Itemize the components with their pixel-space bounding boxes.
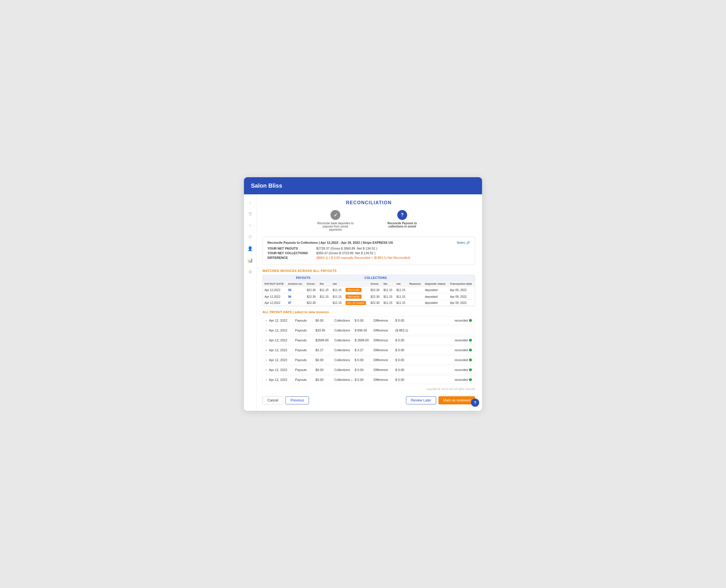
payout-type-label: Payouts: [295, 368, 315, 372]
action-cell[interactable]: Reconcile: [344, 293, 369, 300]
net-collections-label: YOUR NET COLLECTIONS: [268, 251, 314, 255]
payout-amount: $0.00: [315, 319, 334, 322]
settings-icon[interactable]: ⚙: [247, 269, 254, 275]
footer-right: Review Later Mark as reviewed: [406, 396, 475, 404]
difference-amount: $ 0.00: [395, 338, 413, 342]
home-icon[interactable]: ⌂: [247, 199, 254, 205]
difference-row: DIFFERENCE ($863.1) ( $ 0.00 manually Re…: [268, 256, 470, 259]
clock-icon[interactable]: ⏱: [247, 234, 254, 240]
col-invoice-no: Invoice no.: [286, 281, 305, 287]
green-dot-icon: [469, 339, 472, 342]
difference-amount: $ 0.00: [395, 378, 413, 381]
matched-row: Apr 12,2022 96 $22.30 $11.15 $11.15 Reco…: [263, 287, 475, 293]
invoice-no-cell: 96: [286, 287, 305, 293]
payout-days-title: ALL PAYOUT DAYS | select to view invoice…: [262, 310, 475, 314]
net-collections-value: $350.47 (Gross $ 3723.99 .Net $ 134.52 ): [316, 251, 376, 255]
payout-date-cell: Apr 12,2022: [263, 300, 286, 306]
col-payout-date: PAYOUT DATE: [263, 281, 286, 287]
info-box-header: Reconcile Payouts to Collections | Apr 1…: [268, 241, 470, 244]
expand-chevron[interactable]: ›: [266, 329, 266, 332]
net-paouts-value: $2726.37 (Gross $ 2860.89 .Net $ 134.52 …: [316, 247, 377, 250]
transaction-date-cell: Apr 09, 2022: [448, 293, 475, 300]
reconciled-status: reconciled: [454, 349, 472, 352]
payout-day-row[interactable]: › Apr 12, 2022 Payouts $0.00 Collections…: [262, 356, 475, 364]
payout-day-row[interactable]: › Apr 12, 2022 Payouts $33.45 Collection…: [262, 326, 475, 335]
payout-amount: $0.00: [315, 378, 334, 381]
expand-chevron[interactable]: ›: [266, 339, 266, 342]
step-2-label: Reconcile Payouts to collections in zeno…: [383, 222, 421, 228]
payout-date: Apr 12, 2022: [269, 329, 295, 332]
steps-bar: ✓ Reconcile bank deposites to payouts fr…: [262, 210, 475, 231]
coll-net-cell: $11.15: [394, 300, 407, 306]
net-cell: $11.15: [331, 293, 344, 300]
previous-button[interactable]: Previous: [285, 396, 309, 404]
payout-date-cell: Apr 12,2022: [263, 287, 286, 293]
deposit-status-cell: deposited: [423, 293, 448, 300]
net-cell: $11.15: [331, 300, 344, 306]
expand-chevron[interactable]: ›: [266, 369, 266, 372]
col-action: [344, 281, 369, 287]
mark-as-reviewed-button[interactable]: Mark as reviewed: [439, 396, 475, 404]
expand-chevron[interactable]: ›: [266, 358, 266, 362]
notes-link[interactable]: Notes 🔗: [457, 241, 470, 245]
payout-date: Apr 12, 2022: [269, 319, 295, 322]
reasons-cell: [407, 300, 423, 306]
action-cell[interactable]: $11.15 Invoice: [344, 300, 369, 306]
payout-date: Apr 12, 2022: [269, 338, 295, 342]
sidebar: ⌂ ☰ ☆ ⏱ 👤 📊 ⚙: [244, 194, 257, 411]
chart-icon[interactable]: 📊: [247, 257, 254, 264]
page-title: RECONCILIATION: [262, 200, 475, 205]
payout-amount: $33.45: [315, 329, 334, 332]
collections-label: Collections: [334, 338, 355, 342]
expand-chevron[interactable]: ›: [266, 378, 266, 381]
fee-cell: [318, 300, 331, 306]
payout-type-label: Payouts: [295, 378, 315, 381]
collections-amount: $ 3.27: [355, 348, 373, 352]
reasons-cell: [407, 293, 423, 300]
review-later-button[interactable]: Review Later: [406, 396, 436, 404]
payout-amount: $0.00: [315, 358, 334, 362]
step-2: ? Reconcile Payouts to collections in ze…: [383, 210, 421, 228]
info-box: Reconcile Payouts to Collections | Apr 1…: [262, 236, 475, 265]
green-dot-icon: [469, 369, 472, 371]
collections-label: Collections▲: [334, 378, 355, 381]
person-icon[interactable]: 👤: [247, 246, 254, 252]
payout-date: Apr 12, 2022: [269, 378, 295, 381]
step-2-circle: ?: [397, 210, 407, 220]
reasons-cell: [407, 287, 423, 293]
extra-headers: [407, 275, 475, 281]
payout-day-row[interactable]: › Apr 12, 2022 Payouts $3.27 Collections…: [262, 346, 475, 354]
collections-amount: $ 2689.65: [355, 338, 373, 342]
cancel-button[interactable]: Cancel: [262, 396, 283, 404]
expand-chevron[interactable]: ›: [266, 319, 266, 322]
matched-row: Apr 12,2022 97 $22.30 $11.15 $11.15 Invo…: [263, 300, 475, 306]
action-cell[interactable]: Reconcile: [344, 287, 369, 293]
step-1: ✓ Reconcile bank deposites to payouts fr…: [317, 210, 354, 231]
payout-type-label: Payouts: [295, 358, 315, 362]
payout-day-row[interactable]: › Apr 12, 2022 Payouts $0.00 Collections…: [262, 365, 475, 374]
col-transaction-date: Transaction date: [448, 281, 475, 287]
gross-cell: $22.30: [305, 287, 318, 293]
help-button[interactable]: ?: [471, 399, 479, 407]
difference-label: DIFFERENCE: [268, 256, 314, 259]
reconcile-button[interactable]: Reconcile: [346, 295, 362, 299]
invoice-no-cell: 96: [286, 293, 305, 300]
payout-day-row[interactable]: › Apr 12, 2022 Payouts $2689.65 Collecti…: [262, 336, 475, 344]
col-net: net: [331, 281, 344, 287]
star-icon[interactable]: ☆: [247, 222, 254, 229]
main-content: RECONCILIATION ✓ Reconcile bank deposite…: [257, 194, 482, 411]
collections-amount: $ 0.00: [355, 319, 373, 322]
col-coll-net: net: [394, 281, 407, 287]
collections-amount: $ 0.00: [355, 368, 373, 372]
column-headers: PAYOUT DATE Invoice no. Gross fee net Gr…: [263, 281, 475, 287]
list-icon[interactable]: ☰: [247, 211, 254, 217]
step-1-circle: ✓: [330, 210, 340, 220]
payout-day-row[interactable]: › Apr 12, 2022 Payouts $0.00 Collections…: [262, 375, 475, 384]
reconcile-button[interactable]: Reconcile: [346, 288, 362, 292]
matched-row: Apr 12,2022 96 $22.30 $11.15 $11.15 Reco…: [263, 293, 475, 300]
payout-amount: $0.00: [315, 368, 334, 372]
payout-day-row[interactable]: › Apr 12, 2022 Payouts $0.00 Collections…: [262, 316, 475, 325]
expand-chevron[interactable]: ›: [266, 349, 266, 352]
coll-net-cell: $11.15: [394, 287, 407, 293]
difference-amount: $ 0.00: [395, 358, 413, 362]
